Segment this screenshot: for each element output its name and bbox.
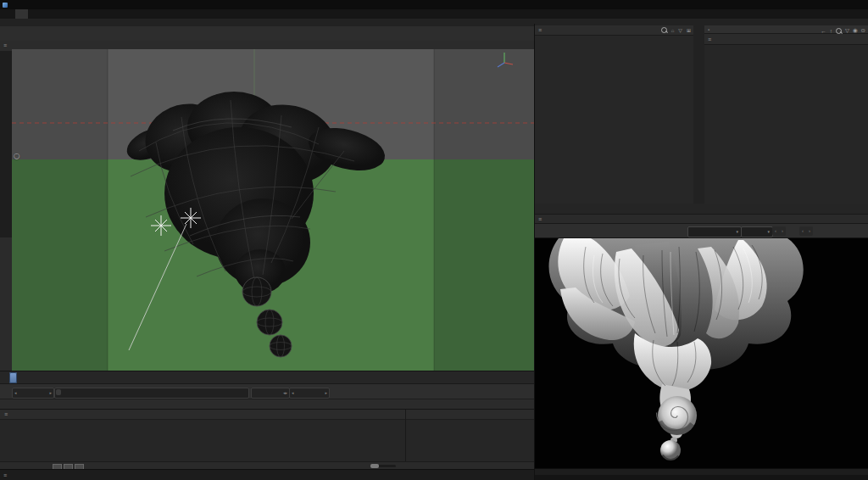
up-icon[interactable]: ↑ — [830, 28, 832, 34]
hamburger-icon[interactable]: ≡ — [538, 27, 542, 33]
playhead[interactable] — [9, 372, 17, 383]
current-frame-field[interactable]: ◂▸ — [12, 388, 54, 399]
preview-range-slider[interactable] — [54, 388, 249, 399]
material-manager: ≡ — [0, 409, 534, 470]
scale-spinner[interactable]: ‹› — [799, 226, 813, 236]
search-icon[interactable] — [661, 27, 667, 33]
octane-footer — [535, 475, 868, 480]
animation-toolbar: ◂▸ ◂▸ ◂▸ — [0, 383, 534, 399]
perspective-viewport[interactable]: ◯ — [12, 49, 534, 371]
render-view[interactable] — [535, 238, 868, 468]
title-bar — [0, 0, 868, 9]
timeline-ruler[interactable] — [0, 371, 534, 384]
hamburger-icon[interactable]: ≡ — [3, 42, 7, 48]
export-icon[interactable]: ⊞ — [687, 27, 691, 33]
viewport-canvas[interactable] — [12, 49, 534, 371]
cinema4d-window: ≡ — [0, 0, 868, 480]
attributes-menubar: ≡ ← ↑ ▽ ◉ ⊙ — [704, 34, 868, 45]
hamburger-icon[interactable]: ≡ — [3, 472, 7, 478]
octane-live-viewer: ≡ ▾ ▾ ‹› ‹› — [535, 204, 868, 480]
hamburger-icon[interactable]: ≡ — [4, 411, 8, 417]
filter-icon[interactable]: ▽ — [678, 27, 682, 33]
rotate-hud-label: ◯ — [14, 153, 19, 159]
range-end-field[interactable]: ◂▸ — [251, 388, 290, 399]
render-canvas — [535, 238, 868, 468]
app-icon — [3, 3, 8, 8]
range-start-chip[interactable] — [56, 389, 61, 395]
search-icon[interactable] — [836, 28, 842, 34]
compare-icon[interactable]: ◉ — [853, 27, 858, 34]
tab-row — [0, 9, 868, 19]
main-toolbar — [0, 26, 537, 42]
lock-icon[interactable]: ⊙ — [861, 27, 865, 34]
attribute-manager: ▪ ≡ ← ↑ ▽ ◉ ⊙ — [704, 25, 868, 204]
back-icon[interactable]: ← — [821, 28, 826, 34]
end-frame-field[interactable]: ◂▸ — [289, 388, 330, 399]
kernel-dropdown[interactable]: ▾ — [741, 226, 773, 237]
filter-icon[interactable]: ▽ — [845, 27, 849, 34]
document-tab[interactable] — [15, 9, 28, 19]
hamburger-icon[interactable]: ≡ — [708, 36, 711, 42]
object-manager-menubar: ≡ ⌂ ▽ ⊞ — [535, 25, 693, 36]
display-mode-dropdown[interactable]: ▾ — [687, 226, 742, 237]
octane-toolbar: ▾ ▾ ‹› ‹› — [535, 224, 868, 238]
hamburger-icon[interactable]: ≡ — [538, 216, 542, 222]
material-menubar: ≡ — [0, 410, 534, 420]
status-bar: ≡ — [0, 469, 537, 480]
tool-palette-spacer — [0, 237, 12, 371]
material-scrollbar[interactable] — [370, 465, 396, 467]
object-manager: ≡ ⌂ ▽ ⊞ — [535, 25, 693, 204]
gpu-spinner[interactable]: ‹› — [772, 226, 786, 236]
tool-palette — [0, 49, 12, 51]
home-icon[interactable]: ⌂ — [671, 28, 675, 33]
manager-side-tabs — [693, 25, 704, 204]
octane-menubar: ≡ — [535, 215, 868, 224]
octane-app-icons — [535, 204, 868, 215]
